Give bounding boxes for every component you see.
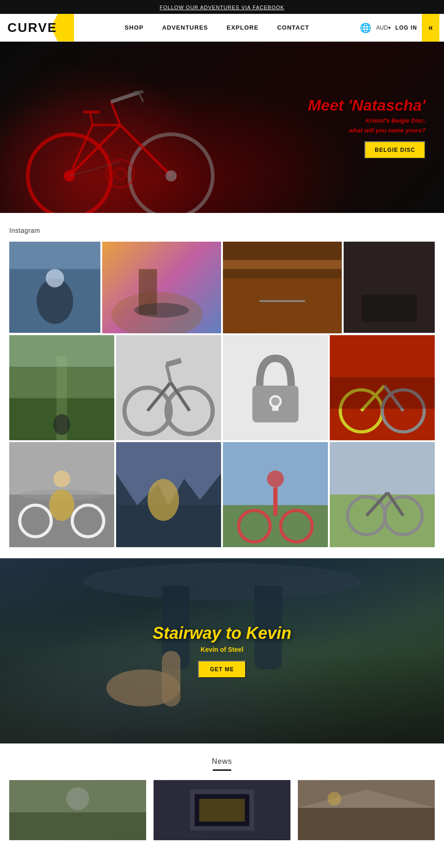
top-bar: FOLLOW OUR ADVENTURES VIA FACEBOOK: [0, 0, 444, 14]
instagram-image-5[interactable]: [9, 335, 114, 440]
instagram-image-8[interactable]: [330, 335, 435, 440]
facebook-link[interactable]: FOLLOW OUR ADVENTURES VIA FACEBOOK: [160, 5, 284, 10]
instagram-label: Instagram: [9, 227, 435, 234]
news-image-1: [9, 780, 146, 840]
svg-line-4: [111, 102, 120, 125]
promo-cta-button[interactable]: GET ME: [198, 661, 246, 678]
currency-selector[interactable]: AUD▾: [376, 25, 390, 31]
svg-point-69: [148, 479, 179, 521]
hero-text-block: Meet 'Natascha' Kristof's Belgie Disc, w…: [308, 96, 444, 159]
instagram-img-svg-1: [9, 242, 100, 333]
news-image-3: [298, 780, 435, 840]
news-grid: [9, 780, 435, 840]
svg-point-9: [166, 170, 177, 181]
instagram-img-svg-3: [223, 242, 342, 333]
instagram-image-9[interactable]: [9, 442, 114, 547]
instagram-image-1[interactable]: [9, 242, 100, 333]
svg-rect-18: [9, 242, 100, 269]
instagram-image-4[interactable]: [344, 242, 435, 333]
svg-rect-38: [9, 335, 114, 367]
svg-line-12: [90, 113, 92, 125]
news-card-3[interactable]: [298, 780, 435, 840]
svg-rect-94: [199, 799, 245, 821]
promo-subtitle: Kevin of Steel: [153, 646, 291, 653]
instagram-image-3[interactable]: [223, 242, 342, 333]
svg-point-98: [327, 792, 341, 806]
news-section: News: [0, 743, 444, 849]
svg-line-2: [69, 125, 120, 176]
news-card-2[interactable]: [154, 780, 290, 840]
promo-text-block: Stairway to Kevin Kevin of Steel GET ME: [153, 624, 291, 678]
news-card-1[interactable]: [9, 780, 146, 840]
instagram-image-11[interactable]: [223, 442, 328, 547]
instagram-row-2: [9, 335, 435, 440]
news-svg-1: [9, 780, 146, 840]
nav-contact[interactable]: CONTACT: [277, 24, 309, 31]
news-svg-3: [298, 780, 435, 840]
instagram-image-6[interactable]: [116, 335, 221, 440]
svg-rect-85: [92, 572, 352, 586]
nav-shop[interactable]: SHOP: [125, 24, 144, 31]
instagram-img-svg-2: [102, 242, 221, 333]
hero-cta-button[interactable]: BELGIE DISC: [364, 141, 426, 159]
svg-point-39: [53, 414, 70, 435]
svg-rect-96: [298, 808, 435, 840]
svg-line-5: [111, 93, 139, 102]
instagram-img-svg-5: [9, 335, 114, 440]
news-svg-2: [154, 780, 290, 840]
svg-point-51: [271, 397, 279, 406]
svg-rect-76: [330, 442, 435, 495]
svg-line-3: [120, 125, 171, 176]
instagram-row-3: [9, 442, 435, 547]
svg-point-72: [267, 470, 284, 487]
svg-point-90: [66, 787, 89, 810]
header-right: 🌐 AUD▾ LOG IN «: [360, 14, 444, 42]
instagram-img-svg-11: [223, 442, 328, 547]
instagram-image-7[interactable]: [223, 335, 328, 440]
nav-adventures[interactable]: ADVENTURES: [162, 24, 208, 31]
instagram-img-svg-10: [116, 442, 221, 547]
instagram-image-2[interactable]: [102, 242, 221, 333]
news-image-2: [154, 780, 290, 840]
svg-point-20: [46, 269, 64, 287]
hero-title: Meet 'Natascha': [308, 96, 426, 114]
svg-rect-26: [223, 242, 342, 260]
svg-rect-33: [362, 294, 416, 322]
news-divider: [213, 769, 231, 771]
logo[interactable]: CURVE: [0, 20, 57, 35]
svg-point-62: [53, 470, 70, 487]
hero-subtitle-line1: Kristof's Belgie Disc,: [308, 117, 426, 124]
hero-subtitle-line2: what will you name yours?: [308, 127, 426, 134]
instagram-image-10[interactable]: [116, 442, 221, 547]
main-nav: SHOP ADVENTURES EXPLORE CONTACT: [74, 24, 360, 31]
svg-rect-89: [9, 812, 146, 840]
instagram-img-svg-4: [344, 242, 435, 333]
hero-section: Meet 'Natascha' Kristof's Belgie Disc, w…: [0, 42, 444, 213]
instagram-section: Instagram: [0, 213, 444, 558]
svg-line-11: [134, 92, 143, 93]
svg-point-63: [49, 489, 74, 521]
logo-container: CURVE: [0, 14, 74, 42]
instagram-img-svg-9: [9, 442, 114, 547]
news-label: News: [9, 757, 435, 766]
flag-icon: 🌐: [360, 22, 371, 33]
login-button[interactable]: LOG IN: [395, 25, 417, 31]
header: CURVE SHOP ADVENTURES EXPLORE CONTACT 🌐 …: [0, 14, 444, 42]
bike-illustration: [0, 42, 231, 213]
svg-rect-28: [223, 269, 342, 278]
instagram-img-svg-7: [223, 335, 328, 440]
promo-section: Stairway to Kevin Kevin of Steel GET ME: [0, 558, 444, 743]
svg-rect-77: [330, 494, 435, 547]
svg-line-10: [139, 93, 143, 102]
instagram-image-12[interactable]: [330, 442, 435, 547]
instagram-img-svg-8: [330, 335, 435, 440]
nav-explore[interactable]: EXPLORE: [227, 24, 259, 31]
svg-point-15: [115, 168, 126, 179]
promo-title: Stairway to Kevin: [153, 624, 291, 643]
instagram-img-svg-12: [330, 442, 435, 547]
instagram-img-svg-6: [116, 335, 221, 440]
svg-point-24: [134, 303, 189, 318]
hero-bike-area: [0, 42, 231, 213]
cart-button[interactable]: «: [422, 14, 439, 42]
svg-rect-57: [330, 377, 435, 408]
